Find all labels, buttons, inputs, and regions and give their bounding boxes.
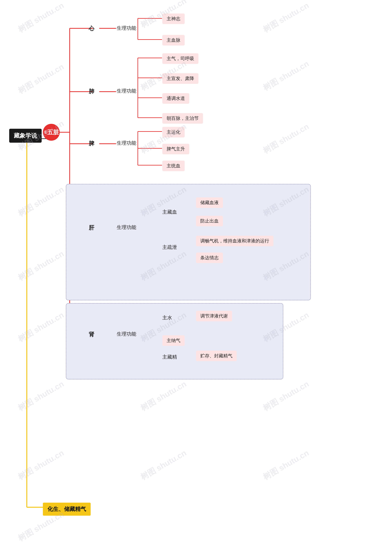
leaf-cucangxuaye-label: 储藏血液 <box>200 200 219 205</box>
root-node: 藏象学说 <box>9 129 42 143</box>
sub-zhushui-label: 主水 <box>162 315 172 320</box>
huasheng-node: 化生、储藏精气 <box>43 503 91 516</box>
leaf-tongtiao: 通调水道 <box>162 93 189 104</box>
sub-zhucangjing-label: 主藏精 <box>162 354 177 360</box>
watermark-13: 树图 shutu.cn <box>16 248 66 283</box>
watermark-21: 树图 shutu.cn <box>261 379 311 414</box>
leaf-zhuxuanfa: 主宣发、肃降 <box>162 73 198 84</box>
watermark-16: 树图 shutu.cn <box>16 310 66 345</box>
wuzang-label: 五脏 <box>47 128 59 136</box>
huasheng-label: 化生、储藏精气 <box>47 506 86 512</box>
sub-zhushuxie-label: 主疏泄 <box>162 244 177 250</box>
watermark-3: 树图 shutu.cn <box>261 0 311 35</box>
func-xin: 生理功能 <box>117 25 136 32</box>
leaf-zhunaiqi-label: 主纳气 <box>167 338 180 343</box>
leaf-chaobaimai: 朝百脉，主治节 <box>162 113 203 124</box>
func-shen-label: 生理功能 <box>117 331 136 337</box>
func-xin-label: 生理功能 <box>117 25 136 31</box>
leaf-zhutongxue: 主统血 <box>162 161 185 171</box>
organ-xin: 心 <box>89 25 94 32</box>
leaf-cuncunfengjing-label: 贮存、封藏精气 <box>200 353 233 358</box>
organ-xin-label: 心 <box>89 25 94 32</box>
leaf-piqizhusheng-label: 脾气主升 <box>167 146 185 151</box>
leaf-zhuqi-label: 主气，司呼吸 <box>167 56 194 61</box>
organ-gan: 肝 <box>89 224 94 232</box>
watermark-24: 树图 shutu.cn <box>261 448 311 482</box>
organ-fei: 肺 <box>89 88 94 95</box>
func-fei-label: 生理功能 <box>117 88 136 94</box>
organ-shen-label: 肾 <box>89 331 94 338</box>
leaf-cuncunfengjing: 贮存、封藏精气 <box>196 351 237 361</box>
watermark-10: 树图 shutu.cn <box>16 184 66 219</box>
leaf-fangzhichuxue-label: 防止出血 <box>200 218 219 223</box>
sub-zhushui: 主水 <box>162 314 172 321</box>
organ-gan-label: 肝 <box>89 225 94 231</box>
wuzang-node: ① 五脏 <box>43 124 60 141</box>
leaf-tiaochang-label: 调畅气机，维持血液和津液的运行 <box>200 238 269 243</box>
watermark-22: 树图 shutu.cn <box>16 448 66 482</box>
sub-zhushuxie: 主疏泄 <box>162 244 177 251</box>
leaf-zhuxumai-label: 主血脉 <box>167 38 180 43</box>
organ-pi-label: 脾 <box>89 140 94 147</box>
sub-zhucangxue: 主藏血 <box>162 209 177 215</box>
leaf-tiaojie-label: 调节津液代谢 <box>200 313 228 318</box>
leaf-zhunaiqi: 主纳气 <box>162 335 185 346</box>
leaf-zhuyunhua: 主运化 <box>162 127 185 137</box>
func-gan: 生理功能 <box>117 224 136 231</box>
organ-shen: 肾 <box>89 331 94 338</box>
watermark-23: 树图 shutu.cn <box>139 448 188 482</box>
leaf-tongtiao-label: 通调水道 <box>167 96 185 101</box>
func-fei: 生理功能 <box>117 88 136 94</box>
func-shen: 生理功能 <box>117 331 136 338</box>
sub-zhucangxue-label: 主藏血 <box>162 209 177 215</box>
watermark-4: 树图 shutu.cn <box>16 61 66 96</box>
leaf-zhushenzhi: 主神志 <box>162 13 185 24</box>
leaf-zhuyunhua-label: 主运化 <box>167 130 180 135</box>
watermark-6: 树图 shutu.cn <box>261 58 311 93</box>
leaf-zhuxumai: 主血脉 <box>162 35 185 46</box>
func-pi-label: 生理功能 <box>117 140 136 146</box>
leaf-chaobaimai-label: 朝百脉，主治节 <box>167 116 199 121</box>
leaf-piqizhusheng: 脾气主升 <box>162 144 189 154</box>
organ-pi: 脾 <box>89 140 94 147</box>
func-gan-label: 生理功能 <box>117 225 136 230</box>
watermark-9: 树图 shutu.cn <box>261 121 311 156</box>
leaf-zhuxuanfa-label: 主宣发、肃降 <box>167 76 194 81</box>
leaf-zhutongxue-label: 主统血 <box>167 163 180 168</box>
leaf-zhuqi: 主气，司呼吸 <box>162 53 198 64</box>
leaf-cucangxuaye: 储藏血液 <box>196 197 223 208</box>
leaf-zhushenzhi-label: 主神志 <box>167 16 180 21</box>
wuzang-num: ① <box>44 130 47 135</box>
watermark-20: 树图 shutu.cn <box>139 379 188 414</box>
leaf-tiaoqing: 条达情志 <box>196 253 223 263</box>
watermark-1: 树图 shutu.cn <box>16 0 66 35</box>
sub-zhucangjing: 主藏精 <box>162 354 177 360</box>
leaf-tiaochang: 调畅气机，维持血液和津液的运行 <box>196 236 273 246</box>
func-pi: 生理功能 <box>117 140 136 147</box>
leaf-fangzhichuxue: 防止出血 <box>196 216 223 226</box>
leaf-tiaojie: 调节津液代谢 <box>196 311 232 321</box>
leaf-tiaoqing-label: 条达情志 <box>200 255 219 260</box>
root-label: 藏象学说 <box>14 132 37 139</box>
organ-fei-label: 肺 <box>89 88 94 94</box>
watermark-19: 树图 shutu.cn <box>16 379 66 414</box>
gan-dashed-box <box>66 184 311 300</box>
